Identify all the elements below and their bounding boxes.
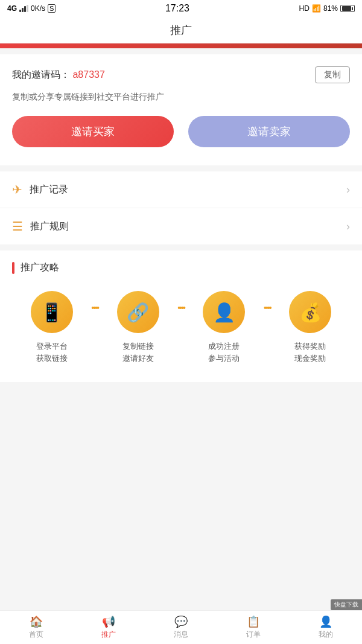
strategy-title: 推广攻略 xyxy=(12,261,350,274)
flow-icon-1: 📱 xyxy=(40,302,63,323)
flow-arrow-3: •••• xyxy=(264,291,271,313)
promo-rules-label: 推广规则 xyxy=(30,220,69,233)
tab-message[interactable]: 💬 消息 xyxy=(145,615,217,640)
home-icon: 🏠 xyxy=(30,615,43,628)
flow-circle-1: 📱 xyxy=(31,291,73,333)
flow-arrow-1: •••• xyxy=(91,291,98,313)
tab-order[interactable]: 📋 订单 xyxy=(217,615,290,640)
tab-message-label: 消息 xyxy=(174,630,188,640)
watermark: 快盘下载 xyxy=(331,599,362,610)
invite-code-section: 我的邀请码： a87337 复制 复制或分享专属链接到社交平台进行推广 邀请买家… xyxy=(0,54,362,165)
status-bar: 4G 0K/s S 17:23 HD 📶 81% xyxy=(0,0,362,17)
speed-label: 0K/s xyxy=(31,4,45,13)
share-tip: 复制或分享专属链接到社交平台进行推广 xyxy=(12,92,350,103)
order-icon: 📋 xyxy=(247,615,260,628)
invite-buyer-button[interactable]: 邀请买家 xyxy=(12,116,174,147)
copy-button[interactable]: 复制 xyxy=(315,66,350,83)
tab-home-label: 首页 xyxy=(29,630,43,640)
promo-banner xyxy=(0,43,362,48)
tab-mine[interactable]: 👤 我的 xyxy=(290,615,362,640)
flow-icon-4: 💰 xyxy=(299,302,322,323)
mine-icon: 👤 xyxy=(319,615,332,628)
signal-icon xyxy=(19,5,28,12)
menu-section: ✈ 推广记录 › ☰ 推广规则 › xyxy=(0,171,362,244)
flow-label-3: 成功注册参与活动 xyxy=(208,340,240,364)
promo-rules-left: ☰ 推广规则 xyxy=(12,219,69,234)
flow-label-2: 复制链接邀请好友 xyxy=(122,340,154,364)
tab-bar: 🏠 首页 📢 推广 💬 消息 📋 订单 👤 我的 xyxy=(0,610,362,644)
tab-promo[interactable]: 📢 推广 xyxy=(72,615,145,640)
invite-seller-button[interactable]: 邀请卖家 xyxy=(188,116,350,147)
battery-icon xyxy=(340,5,355,12)
strategy-title-bar xyxy=(12,262,14,274)
flow-label-4: 获得奖励现金奖励 xyxy=(294,340,326,364)
tab-promo-label: 推广 xyxy=(101,630,116,640)
tab-home[interactable]: 🏠 首页 xyxy=(0,615,72,640)
status-left: 4G 0K/s S xyxy=(7,4,56,13)
nav-bar: 推广 xyxy=(0,17,362,43)
promo-record-icon: ✈ xyxy=(12,182,22,197)
strategy-section: 推广攻略 📱 登录平台获取链接 •••• 🔗 复制链接邀请好友 •••• 👤 成… xyxy=(0,250,362,382)
flow-circle-3: 👤 xyxy=(203,291,245,333)
tab-order-label: 订单 xyxy=(246,630,261,640)
flow-row: 📱 登录平台获取链接 •••• 🔗 复制链接邀请好友 •••• 👤 成功注册参与… xyxy=(12,291,350,364)
flow-step-2: 🔗 复制链接邀请好友 xyxy=(98,291,177,364)
invite-code-row: 我的邀请码： a87337 复制 xyxy=(12,66,350,83)
invite-buttons-row: 邀请买家 邀请卖家 xyxy=(12,116,350,147)
clock: 17:23 xyxy=(165,3,189,14)
status-right: HD 📶 81% xyxy=(299,4,355,13)
promo-record-item[interactable]: ✈ 推广记录 › xyxy=(0,171,362,208)
promo-rules-item[interactable]: ☰ 推广规则 › xyxy=(0,208,362,244)
promo-icon: 📢 xyxy=(102,615,115,628)
promo-record-left: ✈ 推广记录 xyxy=(12,182,68,197)
flow-arrow-2: •••• xyxy=(177,291,185,313)
invite-code-display: 我的邀请码： a87337 xyxy=(12,69,105,81)
wifi-icon: 📶 xyxy=(312,4,321,13)
invite-code-value: a87337 xyxy=(72,69,104,80)
invite-code-label: 我的邀请码： xyxy=(12,69,70,80)
flow-circle-2: 🔗 xyxy=(117,291,159,333)
sim-icon: S xyxy=(48,4,56,13)
flow-step-1: 📱 登录平台获取链接 xyxy=(12,291,91,364)
flow-circle-4: 💰 xyxy=(289,291,331,333)
page-title: 推广 xyxy=(170,23,192,37)
strategy-title-text: 推广攻略 xyxy=(21,261,59,274)
promo-record-label: 推广记录 xyxy=(30,183,68,196)
message-icon: 💬 xyxy=(174,615,188,628)
flow-icon-3: 👤 xyxy=(213,302,235,323)
hd-label: HD xyxy=(299,4,310,13)
promo-rules-icon: ☰ xyxy=(12,219,23,234)
tab-mine-label: 我的 xyxy=(319,630,333,640)
promo-record-chevron: › xyxy=(346,183,350,196)
network-label: 4G xyxy=(7,4,17,13)
flow-label-1: 登录平台获取链接 xyxy=(36,340,68,364)
battery-label: 81% xyxy=(323,4,338,13)
flow-icon-2: 🔗 xyxy=(127,302,149,323)
promo-rules-chevron: › xyxy=(346,220,350,233)
flow-step-4: 💰 获得奖励现金奖励 xyxy=(271,291,350,364)
flow-step-3: 👤 成功注册参与活动 xyxy=(185,291,264,364)
